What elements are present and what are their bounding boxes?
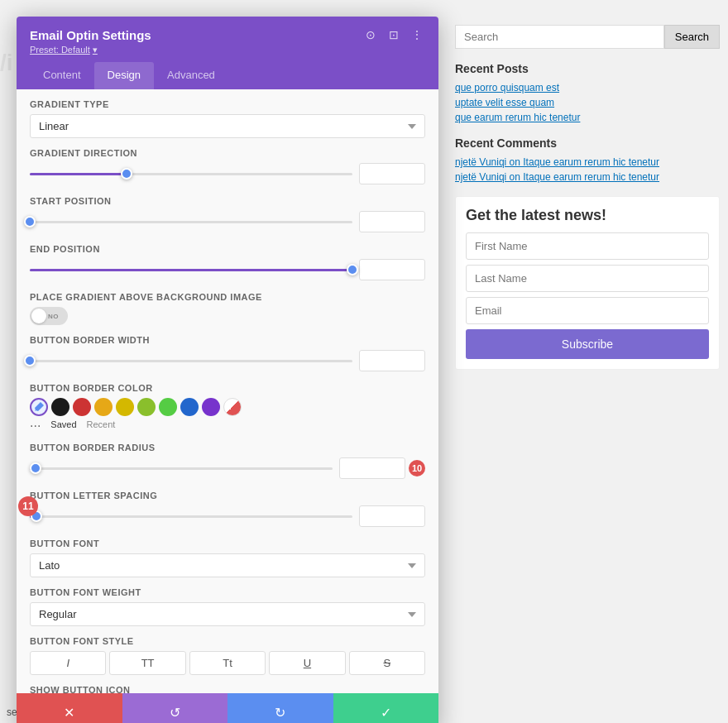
button-border-color-label: Button Border Color: [30, 383, 425, 393]
recent-post-item[interactable]: uptate velit esse quam: [455, 97, 720, 108]
gradient-direction-row: 150deg: [30, 163, 425, 184]
button-border-radius-input[interactable]: 5px: [339, 457, 405, 479]
email-input[interactable]: [466, 297, 709, 324]
swatch-eraser[interactable]: [223, 398, 242, 416]
settings-modal: Email Optin Settings ⊙ ⊡ ⋮ Preset: Defau…: [17, 17, 438, 723]
search-input[interactable]: [455, 25, 664, 49]
saved-label[interactable]: Saved: [50, 419, 76, 433]
button-border-radius-label: Button Border Radius: [30, 443, 425, 452]
firstname-input[interactable]: [466, 232, 709, 260]
redo-button[interactable]: ↻: [228, 693, 333, 723]
preset-selector[interactable]: Preset: Default ▾: [30, 45, 425, 55]
button-font-style-label: Button Font Style: [30, 636, 425, 646]
tab-advanced[interactable]: Advanced: [154, 62, 228, 89]
gradient-direction-input[interactable]: 150deg: [359, 163, 425, 184]
recent-comment-item[interactable]: njetë Vuniqi on Itaque earum rerum hic t…: [455, 171, 720, 183]
modal-title: Email Optin Settings: [30, 28, 151, 42]
button-border-width-label: Button Border Width: [30, 335, 425, 345]
recent-post-item[interactable]: que earum rerum hic tenetur: [455, 112, 720, 123]
button-border-width-input[interactable]: 0px: [359, 350, 425, 371]
gradient-section: Gradient Type Linear Radial Gradient Dir…: [17, 89, 438, 693]
button-border-width-block: Button Border Width 0px: [30, 335, 425, 371]
confirm-button[interactable]: ✓: [333, 693, 439, 723]
end-position-slider[interactable]: [30, 269, 352, 271]
swatch-purple[interactable]: [202, 398, 220, 416]
swatch-blue[interactable]: [180, 398, 199, 416]
swatch-red[interactable]: [73, 398, 91, 416]
more-options-icon[interactable]: ⋮: [409, 26, 425, 43]
end-position-block: End Position 100%: [30, 244, 425, 280]
start-position-row: 0%: [30, 211, 425, 232]
end-position-label: End Position: [30, 244, 425, 254]
uppercase-button[interactable]: TT: [109, 651, 185, 675]
search-button[interactable]: Search: [664, 25, 720, 49]
color-dropper[interactable]: [30, 398, 48, 416]
italic-button[interactable]: I: [30, 651, 106, 675]
end-position-input[interactable]: 100%: [359, 259, 425, 280]
start-position-label: Start Position: [30, 196, 425, 206]
swatch-lime[interactable]: [137, 398, 156, 416]
font-style-buttons: I TT Tt U S: [30, 651, 425, 675]
place-gradient-toggle-row: NO: [30, 307, 425, 325]
strikethrough-button[interactable]: S: [349, 651, 425, 675]
button-border-width-row: 0px: [30, 350, 425, 371]
settings-icon[interactable]: ⊙: [362, 26, 379, 43]
button-letter-spacing-slider[interactable]: [30, 515, 352, 518]
gradient-type-label: Gradient Type: [30, 99, 425, 109]
border-radius-badge: 10: [409, 460, 425, 476]
tab-content[interactable]: Content: [30, 62, 94, 89]
button-font-select[interactable]: Lato Open Sans Roboto: [30, 553, 425, 577]
swatch-green[interactable]: [159, 398, 177, 416]
start-position-slider[interactable]: [30, 221, 352, 223]
gradient-direction-block: Gradient Direction 150deg: [30, 148, 425, 184]
color-meta: ··· Saved Recent: [30, 419, 425, 433]
capitalize-button[interactable]: Tt: [189, 651, 266, 675]
button-font-label: Button Font: [30, 539, 425, 548]
modal-header-top: Email Optin Settings ⊙ ⊡ ⋮: [30, 26, 425, 43]
recent-posts-title: Recent Posts: [455, 62, 720, 75]
button-border-radius-row: 5px 10: [30, 457, 425, 479]
layout-icon[interactable]: ⊡: [386, 26, 402, 43]
button-border-radius-block: Button Border Radius 5px 10: [30, 443, 425, 479]
undo-button[interactable]: ↺: [122, 693, 228, 723]
recent-comments-list: njetë Vuniqi on Itaque earum rerum hic t…: [455, 156, 720, 183]
end-position-row: 100%: [30, 259, 425, 280]
color-swatches: [30, 398, 425, 416]
button-font-weight-row: Button Font Weight Regular Bold Light: [30, 587, 425, 626]
recent-comment-item[interactable]: njetë Vuniqi on Itaque earum rerum hic t…: [455, 156, 720, 168]
button-letter-spacing-block: Button Letter Spacing 0px: [30, 491, 425, 527]
button-border-radius-slider[interactable]: [30, 467, 333, 470]
toggle-thumb: [31, 309, 46, 323]
show-button-icon-label: Show Button Icon: [30, 685, 425, 693]
underline-button[interactable]: U: [269, 651, 345, 675]
lastname-input[interactable]: [466, 265, 709, 292]
button-letter-spacing-row: 0px: [30, 505, 425, 527]
recent-label[interactable]: Recent: [87, 419, 116, 433]
gradient-direction-slider[interactable]: [30, 173, 352, 175]
modal-header-icons: ⊙ ⊡ ⋮: [362, 26, 425, 43]
start-position-input[interactable]: 0%: [359, 211, 425, 232]
gradient-direction-label: Gradient Direction: [30, 148, 425, 158]
start-position-block: Start Position 0%: [30, 196, 425, 232]
swatch-yellow[interactable]: [116, 398, 134, 416]
swatch-black[interactable]: [51, 398, 69, 416]
tab-design[interactable]: Design: [94, 62, 154, 89]
recent-post-item[interactable]: que porro quisquam est: [455, 82, 720, 93]
right-panel: Search Recent Posts que porro quisquam e…: [447, 17, 728, 378]
button-border-color-row: Button Border Color: [30, 383, 425, 433]
cancel-button[interactable]: ✕: [17, 693, 122, 723]
subscribe-title: Get the latest news!: [466, 207, 709, 224]
color-dots[interactable]: ···: [30, 419, 41, 433]
button-font-style-row: Button Font Style I TT Tt U S: [30, 636, 425, 675]
show-button-icon-row: Show Button Icon YES: [30, 685, 425, 693]
recent-comments-title: Recent Comments: [455, 136, 720, 150]
swatch-orange[interactable]: [94, 398, 113, 416]
step-badge-11: 11: [18, 496, 38, 516]
button-border-width-slider[interactable]: [30, 360, 352, 362]
button-font-weight-select[interactable]: Regular Bold Light: [30, 602, 425, 626]
gradient-type-select[interactable]: Linear Radial: [30, 114, 425, 138]
button-letter-spacing-input[interactable]: 0px: [359, 505, 425, 527]
button-font-weight-label: Button Font Weight: [30, 587, 425, 597]
subscribe-button[interactable]: Subscribe: [466, 329, 709, 359]
place-gradient-toggle[interactable]: NO: [30, 307, 68, 325]
